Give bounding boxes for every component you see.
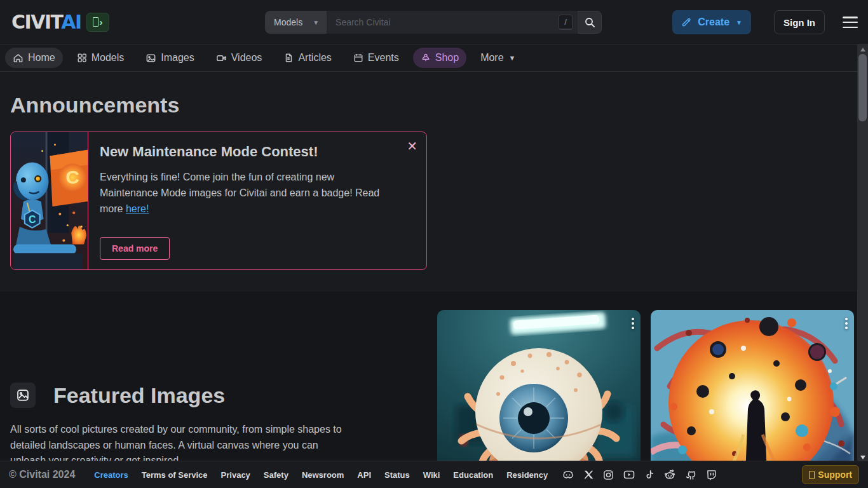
shirt-icon	[421, 53, 431, 63]
vertical-scrollbar[interactable]	[857, 44, 868, 462]
video-icon	[216, 53, 227, 64]
footer-link-status[interactable]: Status	[384, 470, 410, 480]
nav-item-events[interactable]: Events	[346, 48, 407, 68]
featured-images-icon-button[interactable]	[10, 383, 36, 408]
announcement-text: Everything is fine! Come join the fun of…	[100, 169, 387, 217]
announcements-heading: Announcements	[10, 93, 179, 118]
twitch-icon[interactable]	[705, 469, 717, 481]
announcement-title: New Maintenance Mode Contest!	[100, 144, 412, 160]
top-header: CIVITAI › Models ▼ / Create ▼	[0, 0, 868, 44]
header-actions: Create ▼ Sign In	[672, 10, 858, 34]
github-icon[interactable]	[684, 468, 697, 481]
support-glyph-icon	[809, 471, 815, 479]
announcement-robot-image: C C	[11, 132, 88, 269]
nav-item-models[interactable]: Models	[69, 48, 132, 68]
instagram-icon[interactable]	[602, 469, 614, 481]
grid-icon	[77, 53, 87, 63]
footer-link-safety[interactable]: Safety	[264, 470, 288, 480]
civitai-logo[interactable]: CIVITAI	[11, 11, 81, 33]
announcement-here-link[interactable]: here!	[126, 203, 149, 214]
nav-item-shop[interactable]: Shop	[413, 48, 466, 68]
nav-item-images[interactable]: Images	[138, 48, 201, 68]
scrollbar-thumb[interactable]	[858, 54, 867, 121]
footer-link-wiki[interactable]: Wiki	[423, 470, 440, 480]
logo-event-badge[interactable]: ›	[86, 13, 109, 32]
featured-image-eyeball	[437, 310, 641, 475]
support-button[interactable]: Support	[802, 465, 859, 484]
search-button[interactable]	[578, 11, 602, 34]
brush-icon	[681, 17, 693, 28]
scroll-up-arrow[interactable]	[857, 44, 868, 54]
announcement-body: New Maintenance Mode Contest! Everything…	[88, 132, 426, 269]
footer-link-terms[interactable]: Terms of Service	[142, 470, 208, 480]
read-more-button[interactable]: Read more	[100, 237, 170, 260]
search-input-wrap: /	[327, 11, 578, 34]
nav-item-more[interactable]: More ▼	[473, 48, 523, 68]
badge-glyph-icon	[93, 17, 98, 27]
search-icon	[584, 17, 595, 28]
search-input[interactable]	[327, 11, 578, 34]
logo[interactable]: CIVITAI ›	[0, 11, 109, 33]
chevron-down-icon: ▼	[313, 19, 319, 26]
search-category-select[interactable]: Models ▼	[265, 11, 327, 34]
copyright-text: © Civitai 2024	[9, 469, 75, 480]
home-icon	[13, 53, 24, 64]
nav-item-home[interactable]: Home	[5, 48, 63, 68]
footer-link-residency[interactable]: Residency	[506, 470, 548, 480]
social-links	[562, 468, 717, 481]
slash-shortcut-key: /	[559, 15, 573, 30]
announcement-card: C C New Maintenance Mode Contest! Everyt…	[10, 132, 427, 270]
image-icon	[16, 388, 30, 402]
featured-image-abstract	[651, 310, 854, 475]
calendar-icon	[353, 53, 363, 63]
discord-icon[interactable]	[562, 468, 574, 481]
footer-link-newsroom[interactable]: Newsroom	[302, 470, 344, 480]
chevron-down-icon: ▼	[736, 19, 742, 26]
featured-image-card[interactable]	[651, 310, 854, 475]
footer-link-creators[interactable]: Creators	[94, 470, 128, 480]
x-twitter-icon[interactable]	[583, 469, 594, 480]
footer-links: Creators Terms of Service Privacy Safety…	[94, 470, 548, 480]
nav-item-articles[interactable]: Articles	[276, 48, 339, 68]
create-button[interactable]: Create ▼	[672, 10, 751, 34]
featured-image-card[interactable]	[437, 310, 641, 475]
article-icon	[283, 53, 294, 63]
svg-text:C: C	[29, 214, 36, 225]
footer-link-privacy[interactable]: Privacy	[221, 470, 250, 480]
tiktok-icon[interactable]	[644, 469, 655, 480]
image-options-menu-icon[interactable]	[845, 318, 848, 329]
footer-link-api[interactable]: API	[357, 470, 371, 480]
svg-text:C: C	[65, 166, 79, 187]
close-icon[interactable]: ✕	[407, 140, 417, 152]
civitai-homepage: CIVITAI › Models ▼ / Create ▼	[0, 0, 868, 488]
footer: © Civitai 2024 Creators Terms of Service…	[0, 461, 868, 488]
chevron-down-icon: ▼	[509, 54, 516, 62]
image-icon	[146, 53, 156, 64]
main-nav: Home Models Images Videos Articles Event…	[0, 44, 868, 72]
sign-in-button[interactable]: Sign In	[774, 10, 825, 34]
search-bar: Models ▼ /	[265, 11, 602, 34]
footer-link-education[interactable]: Education	[453, 470, 493, 480]
image-options-menu-icon[interactable]	[632, 318, 634, 329]
nav-item-videos[interactable]: Videos	[208, 48, 270, 68]
reddit-icon[interactable]	[663, 468, 676, 481]
featured-images-heading: Featured Images	[53, 383, 225, 408]
hamburger-menu-icon[interactable]	[843, 17, 858, 28]
youtube-icon[interactable]	[623, 468, 635, 481]
